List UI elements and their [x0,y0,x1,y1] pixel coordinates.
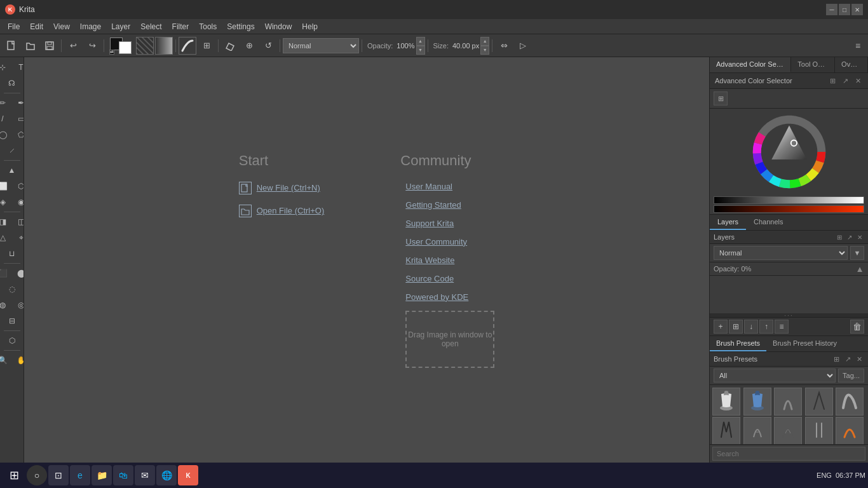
snap-button[interactable]: ⊕ [240,37,258,55]
brush-item-4[interactable] [805,388,833,416]
brush-item-10[interactable] [836,417,864,444]
duplicate-layer-btn[interactable]: ⊞ [729,320,743,334]
taskbar-taskview-btn[interactable]: ⊡ [48,465,69,485]
refresh-button[interactable]: ↺ [259,37,277,55]
start-button[interactable]: ⊞ [3,464,25,487]
brush-item-9[interactable] [805,417,833,444]
rectangle-tool-button[interactable]: ▭ [12,111,24,126]
freehand-tool-button[interactable]: ✏ [0,95,11,111]
contiguous-select-button[interactable]: ◍ [0,297,11,313]
background-color[interactable] [119,41,132,54]
maximize-button[interactable]: □ [839,4,850,15]
canvas-area[interactable]: Start New File (Ctrl+N) Open File (Ctrl+… [24,57,709,463]
mirror-v-button[interactable]: ▷ [514,37,532,55]
menu-tools[interactable]: Tools [194,21,222,32]
taskbar-ie-btn[interactable]: e [70,465,90,485]
magnetic-select-button[interactable]: ⊔ [3,246,21,261]
brush-item-6[interactable] [712,417,740,444]
color-panel-detach-btn[interactable]: ↗ [840,76,850,86]
layers-config-btn[interactable]: ⊞ [835,233,844,241]
color-panel-close-btn[interactable]: ✕ [853,76,863,86]
add-layer-btn[interactable]: + [714,320,728,334]
menu-settings[interactable]: Settings [222,21,259,32]
ellipse-tool-button[interactable]: ◯ [0,127,11,142]
pattern-preview[interactable] [136,37,154,55]
line-tool-button[interactable]: / [0,111,11,126]
magnetic-select-2-button[interactable]: ⊟ [3,313,21,329]
polyline-tool-button[interactable]: ⟋ [3,143,21,158]
layers-tab[interactable]: Layers [710,215,746,230]
support-krita-link[interactable]: Support Krita [400,219,494,228]
layers-opacity-up[interactable]: ▲ [855,264,864,273]
layers-detach-btn[interactable]: ↗ [845,233,854,241]
taskbar-krita-taskbar-btn[interactable]: K [178,465,198,485]
clone-tool-button[interactable]: ◫ [12,214,24,229]
open-file-button[interactable] [22,37,39,55]
user-community-link[interactable]: User Community [400,237,494,247]
color-panel-config-btn[interactable]: ⊞ [827,76,837,86]
krita-website-link[interactable]: Krita Website [400,255,494,265]
open-file-link[interactable]: Open File (Ctrl+O) [239,205,325,217]
toolbar-settings-button[interactable]: ≡ [850,38,865,53]
mirror-h-button[interactable]: ⇔ [495,37,513,55]
ellipse-select-button[interactable]: ⬤ [12,266,24,281]
menu-select[interactable]: Select [135,21,166,32]
similar-select-button[interactable]: ◎ [12,297,24,313]
advanced-color-tab[interactable]: Advanced Color Sele... [710,57,791,72]
brush-preset-history-tab[interactable]: Brush Preset History [766,336,843,351]
undo-button[interactable]: ↩ [64,37,82,55]
zoom-tool-button[interactable]: 🔍 [0,353,11,368]
layers-close-btn[interactable]: ✕ [855,233,864,241]
transform-tool-button[interactable]: ⊹ [0,60,11,75]
menu-image[interactable]: Image [75,21,106,32]
fill-tool-button[interactable]: ▲ [3,163,21,178]
rect-select-button[interactable]: ⬛ [0,266,11,281]
taskbar-store-btn[interactable]: 🛍 [113,465,133,485]
menu-view[interactable]: View [48,21,75,32]
brush-item-3[interactable] [774,388,802,416]
polygon-tool-button[interactable]: ⬠ [12,127,24,142]
smart-patch-button[interactable]: ◨ [0,214,11,229]
lightness-slider[interactable] [714,196,864,204]
blend-mode-select[interactable]: Normal Multiply Screen Overlay [283,38,359,53]
size-down-button[interactable]: ▼ [480,46,489,55]
getting-started-link[interactable]: Getting Started [400,200,494,210]
menu-window[interactable]: Window [260,21,297,32]
color-wheel-container[interactable] [710,109,868,195]
brush-close-btn[interactable]: ✕ [854,354,864,364]
multibrush-tool-button[interactable]: ☊ [3,76,21,91]
menu-layer[interactable]: Layer [106,21,135,32]
color-picker-button[interactable]: ◈ [0,194,11,210]
opacity-up-button[interactable]: ▲ [416,37,425,46]
overview-tab[interactable]: Over... [835,57,868,72]
brush-search-input[interactable] [712,447,865,461]
brush-item-5[interactable] [836,388,864,416]
brush-item-8[interactable] [774,417,802,444]
tangent-tool-button[interactable]: △ [0,230,11,245]
brush-config-btn[interactable]: ⊞ [831,354,841,364]
minimize-button[interactable]: ─ [826,4,837,15]
save-file-button[interactable] [41,37,58,55]
new-file-link[interactable]: New File (Ctrl+N) [239,182,325,194]
brush-tag-btn[interactable]: Tag... [838,369,864,383]
taskbar-edge-btn[interactable]: 🌐 [156,465,177,485]
brush-presets-tab[interactable]: Brush Presets [710,336,766,351]
gradient-preview[interactable] [155,37,173,55]
swap-colors-icon[interactable]: ⇄ [109,50,114,55]
gradient-tool-button[interactable]: ⬜ [0,179,11,194]
move-layer-up-btn[interactable]: ↑ [759,320,773,334]
color-history-button[interactable]: ⊞ [714,92,728,105]
tool-options-tab[interactable]: Tool Opt... [791,57,835,72]
menu-help[interactable]: Help [297,21,323,32]
drag-drop-zone[interactable]: Drag Image in window to open [405,311,494,368]
layers-filter-btn[interactable]: ▼ [850,246,864,260]
color-selector[interactable]: ⇄ [109,37,132,55]
erase-button[interactable] [221,37,239,55]
brush-filter-select[interactable]: All [714,369,836,383]
text-tool-button[interactable]: T [12,60,24,75]
taskbar-mail-btn[interactable]: ✉ [135,465,155,485]
menu-filter[interactable]: Filter [167,21,194,32]
brush-item-2[interactable] [743,388,771,416]
warp-tool-button[interactable]: ⌖ [12,230,24,245]
taskbar-search-btn[interactable]: ○ [27,465,47,485]
